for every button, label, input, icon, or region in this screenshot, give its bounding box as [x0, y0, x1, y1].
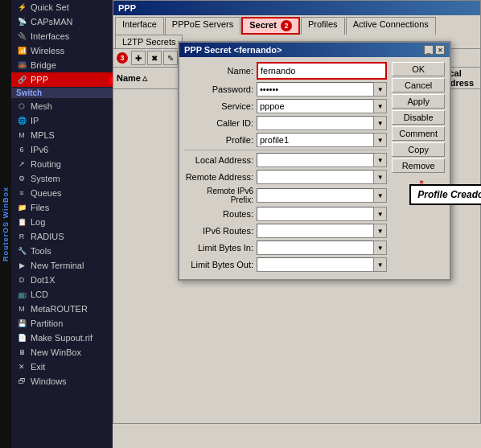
- dialog-minimize-button[interactable]: _: [424, 45, 434, 55]
- sidebar-item-lcd[interactable]: 📺 LCD: [11, 287, 124, 302]
- remote-ipv6-dropdown-btn[interactable]: ▼: [374, 188, 387, 203]
- sidebar-item-new-terminal[interactable]: ▶ New Terminal: [11, 258, 124, 273]
- remote-ipv6-wrapper: ▼: [257, 188, 387, 203]
- profile-input-wrapper: ▼: [257, 133, 387, 147]
- cancel-button[interactable]: Cancel: [392, 78, 445, 92]
- copy-button[interactable]: Copy: [392, 142, 445, 157]
- form-row-ipv6-routes: IPv6 Routes: ▼: [184, 224, 387, 238]
- sidebar-item-ppp[interactable]: 🔗 PPP 1: [11, 72, 124, 87]
- limit-in-input[interactable]: [257, 240, 374, 255]
- password-input[interactable]: [257, 82, 374, 97]
- routes-dropdown-btn[interactable]: ▼: [374, 207, 387, 221]
- sidebar-section-switch: Switch: [11, 88, 124, 98]
- sidebar-item-windows[interactable]: 🗗 Windows: [11, 374, 124, 388]
- sidebar-item-ip[interactable]: 🌐 IP ▶: [11, 113, 124, 128]
- remote-address-dropdown-btn[interactable]: ▼: [374, 170, 387, 184]
- sidebar-item-metarouter[interactable]: M MetaROUTER: [11, 302, 124, 316]
- sidebar-item-log[interactable]: 📋 Log: [11, 215, 124, 229]
- sidebar-item-mpls[interactable]: M MPLS ▶: [11, 128, 124, 142]
- ppp-icon: 🔗: [16, 74, 27, 85]
- tab-l2tp-secrets[interactable]: L2TP Secrets: [115, 35, 183, 48]
- sidebar-item-partition[interactable]: 💾 Partition: [11, 316, 124, 331]
- apply-button[interactable]: Apply: [392, 94, 445, 109]
- form-row-routes: Routes: ▼: [184, 207, 387, 221]
- ppp-window: PPP Interface PPPoE Servers Secret 2 Pro…: [113, 0, 481, 424]
- service-input[interactable]: [257, 99, 374, 113]
- sidebar-item-radius[interactable]: R RADIUS: [11, 229, 124, 244]
- sidebar-item-bridge[interactable]: 🌉 Bridge: [11, 58, 124, 72]
- files-icon: 📁: [16, 202, 27, 213]
- ipv6-routes-dropdown-btn[interactable]: ▼: [374, 224, 387, 238]
- edit-button[interactable]: ✎: [163, 51, 178, 65]
- partition-icon: 💾: [16, 318, 27, 329]
- ipv6-routes-input[interactable]: [257, 224, 374, 238]
- sidebar-item-queues[interactable]: ≡ Queues: [11, 186, 124, 200]
- profile-input[interactable]: [257, 133, 374, 147]
- caller-id-dropdown-btn[interactable]: ▼: [374, 116, 387, 130]
- tools-icon: 🔧: [16, 245, 27, 257]
- sidebar-item-quick-set[interactable]: ⚡ Quick Set: [11, 0, 124, 14]
- add-button[interactable]: ✚: [131, 51, 146, 65]
- sidebar-item-routing[interactable]: ↗ Routing ▶: [11, 157, 124, 171]
- sidebar-item-files[interactable]: 📁 Files: [11, 200, 124, 215]
- sidebar-item-new-winbox[interactable]: 🖥 New WinBox: [11, 345, 124, 360]
- name-input[interactable]: [258, 64, 385, 78]
- comment-button[interactable]: Comment: [392, 126, 445, 141]
- tab-profiles[interactable]: Profiles: [301, 17, 345, 35]
- ipv6-routes-wrapper: ▼: [257, 224, 387, 238]
- ok-button[interactable]: OK: [392, 62, 445, 76]
- caller-id-input-wrapper: ▼: [257, 116, 387, 130]
- limit-in-wrapper: ▼: [257, 240, 387, 255]
- tab-active-connections[interactable]: Active Connections: [346, 17, 436, 35]
- windows-icon: 🗗: [16, 376, 27, 387]
- limit-out-input[interactable]: [257, 257, 374, 272]
- local-address-dropdown-btn[interactable]: ▼: [374, 153, 387, 167]
- mesh-icon: ⬡: [16, 101, 27, 112]
- tab-secrets[interactable]: Secret 2: [241, 17, 300, 35]
- system-icon: ⚙: [16, 173, 27, 184]
- remote-ipv6-label: Remote IPv6 Prefix:: [184, 187, 257, 204]
- make-supout-icon: 📄: [16, 332, 27, 343]
- exit-icon: ✕: [16, 361, 27, 372]
- routing-icon: ↗: [16, 158, 27, 170]
- interfaces-icon: 🔌: [16, 31, 27, 42]
- tab-pppoe-servers[interactable]: PPPoE Servers: [165, 17, 240, 35]
- form-row-remote-ipv6: Remote IPv6 Prefix: ▼ Profile Creado: [184, 187, 387, 204]
- wireless-icon: 📶: [16, 45, 27, 56]
- sidebar-item-mesh[interactable]: ⬡ Mesh: [11, 99, 124, 113]
- sidebar-item-interfaces[interactable]: 🔌 Interfaces: [11, 29, 124, 43]
- sidebar-item-wireless[interactable]: 📶 Wireless: [11, 43, 124, 58]
- sidebar-item-exit[interactable]: ✕ Exit: [11, 360, 124, 374]
- sidebar-item-tools[interactable]: 🔧 Tools ▶: [11, 244, 124, 258]
- service-dropdown-btn[interactable]: ▼: [374, 99, 387, 113]
- local-address-label: Local Address:: [184, 155, 257, 165]
- sidebar-item-make-supout[interactable]: 📄 Make Supout.rif: [11, 331, 124, 345]
- local-address-input[interactable]: [257, 153, 374, 167]
- radius-icon: R: [16, 231, 27, 242]
- remote-ipv6-input[interactable]: [257, 188, 374, 203]
- remove-button[interactable]: Remove: [392, 158, 445, 173]
- caller-id-input[interactable]: [257, 116, 374, 130]
- tab-interface[interactable]: Interface: [115, 17, 164, 35]
- disable-button[interactable]: Disable: [392, 110, 445, 125]
- caller-id-label: Caller ID:: [184, 118, 257, 128]
- toolbar-badge: 3: [117, 52, 128, 64]
- sidebar-item-dot1x[interactable]: D Dot1X: [11, 273, 124, 287]
- form-row-service: Service: ▼: [184, 99, 387, 113]
- ppp-secret-dialog: PPP Secret <fernando> _ ✕ Name:: [178, 41, 451, 281]
- limit-out-dropdown-btn[interactable]: ▼: [374, 257, 387, 272]
- limit-in-dropdown-btn[interactable]: ▼: [374, 240, 387, 255]
- limit-in-label: Limit Bytes In:: [184, 243, 257, 253]
- dialog-close-button[interactable]: ✕: [435, 45, 445, 55]
- remote-address-input[interactable]: [257, 170, 374, 184]
- password-input-wrapper: ▼: [257, 82, 387, 97]
- routes-input[interactable]: [257, 207, 374, 221]
- form-row-remote-address: Remote Address: ▼: [184, 170, 387, 184]
- password-dropdown-btn[interactable]: ▼: [374, 82, 387, 97]
- sidebar-item-ipv6[interactable]: 6 IPv6 ▶: [11, 142, 124, 157]
- delete-button[interactable]: ✖: [147, 51, 162, 65]
- profile-dropdown-btn[interactable]: ▼: [374, 133, 387, 147]
- capsman-icon: 📡: [16, 16, 27, 27]
- sidebar-item-system[interactable]: ⚙ System ▶: [11, 171, 124, 186]
- sidebar-item-capsman[interactable]: 📡 CAPsMAN: [11, 14, 124, 29]
